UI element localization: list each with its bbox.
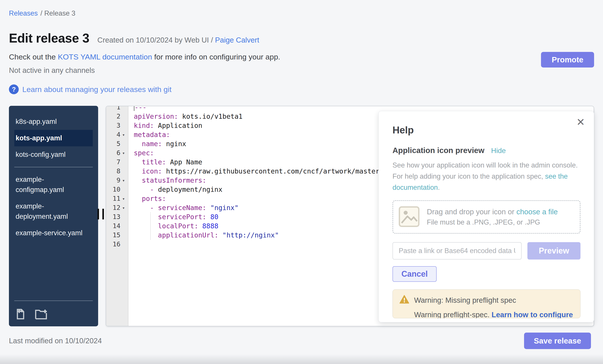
line-number: 6 (106, 148, 120, 157)
sidebar-bottom (9, 297, 98, 326)
fold-spacer (120, 231, 128, 240)
file-item[interactable]: kots-config.yaml (14, 146, 93, 163)
fold-spacer (120, 212, 128, 221)
breadcrumb-current: / Release 3 (40, 9, 75, 17)
line-number: 8 (106, 167, 120, 176)
fold-spacer (120, 221, 128, 231)
fold-spacer (120, 139, 128, 148)
git-help-row: ? Learn about managing your releases wit… (9, 84, 594, 94)
sidebar-resize-handle[interactable] (97, 209, 104, 220)
kots-file-list: k8s-app.yamlkots-app.yamlkots-config.yam… (9, 113, 98, 163)
icon-preview-description: See how your application icon will look … (393, 160, 580, 193)
file-item[interactable]: example-configmap.yaml (14, 171, 93, 198)
drop-text: Drag and drop your icon or (427, 208, 516, 216)
icon-preview-section: Application icon preview Hide (393, 146, 580, 155)
line-number: 4 (106, 130, 120, 139)
created-info: Created on 10/10/2024 by Web UI / Paige … (97, 36, 259, 44)
breadcrumb: Releases / Release 3 (9, 9, 594, 17)
line-number: 7 (106, 157, 120, 167)
line-number: 11 (106, 194, 120, 203)
line-number: 5 (106, 139, 120, 148)
description-period: . (438, 184, 440, 191)
footer: Last modified on 10/10/2024 Save release (9, 333, 594, 349)
icon-preview-title: Application icon preview (393, 146, 484, 155)
title-row: Edit release 3 Created on 10/10/2024 by … (9, 31, 594, 45)
choose-file-link[interactable]: choose a file (516, 208, 558, 216)
doc-suffix: for more info on configuring your app. (152, 53, 280, 61)
preflight-warning: Warning: Missing preflight spec Warning … (393, 289, 580, 318)
icon-url-row: Preview (393, 242, 580, 260)
save-release-button[interactable]: Save release (524, 333, 591, 349)
breadcrumb-releases-link[interactable]: Releases (9, 9, 38, 17)
indent-guide (150, 212, 151, 240)
fold-spacer (120, 121, 128, 130)
icon-url-input[interactable] (393, 242, 522, 260)
doc-prefix: Check out the (9, 53, 58, 61)
cancel-button[interactable]: Cancel (393, 266, 437, 282)
warning-icon (399, 295, 409, 306)
fold-spacer (120, 167, 128, 176)
file-list-divider (14, 167, 93, 167)
line-number: 16 (106, 240, 120, 249)
line-number: 9 (106, 176, 120, 185)
fold-spacer (120, 185, 128, 194)
last-modified: Last modified on 10/10/2024 (9, 337, 102, 345)
hide-link[interactable]: Hide (491, 147, 506, 155)
dropzone-text: Drag and drop your icon or choose a file… (427, 208, 558, 226)
add-folder-icon[interactable] (35, 309, 47, 320)
fold-arrow-icon[interactable]: ▾ (120, 130, 128, 139)
page-title: Edit release 3 (9, 31, 89, 45)
line-number: 3 (106, 121, 120, 130)
fold-arrow-icon[interactable]: ▾ (120, 148, 128, 157)
configure-preflight-link[interactable]: Learn how to configure (491, 310, 573, 318)
main-editor-area: k8s-app.yamlkots-app.yamlkots-config.yam… (9, 106, 594, 326)
line-number: 15 (106, 231, 120, 240)
fold-spacer (120, 112, 128, 121)
fold-arrow-icon[interactable]: ▾ (120, 194, 128, 203)
fold-arrow-icon[interactable]: ▾ (120, 176, 128, 185)
sidebar-bottom-divider (14, 300, 93, 301)
git-releases-link[interactable]: Learn about managing your releases with … (22, 85, 172, 94)
line-number: 2 (106, 112, 120, 121)
file-item[interactable]: example-deployment.yaml (14, 198, 93, 225)
release-editor-page: Releases / Release 3 Edit release 3 Crea… (0, 0, 603, 364)
icon-dropzone[interactable]: Drag and drop your icon or choose a file… (393, 200, 580, 234)
help-title: Help (393, 124, 580, 136)
file-type-note: File must be a .PNG, .JPEG, or .JPG (427, 218, 558, 226)
line-number: 14 (106, 221, 120, 231)
fold-spacer (120, 240, 128, 249)
help-panel: ✕ Help Application icon preview Hide See… (378, 111, 594, 322)
line-number: 12 (106, 203, 120, 212)
file-sidebar: k8s-app.yamlkots-app.yamlkots-config.yam… (9, 106, 98, 326)
kots-yaml-doc-link[interactable]: KOTS YAML documentation (58, 53, 152, 61)
created-text: Created on 10/10/2024 by Web UI / (97, 36, 215, 44)
channel-status: Not active in any channels (9, 66, 594, 75)
file-item[interactable]: kots-app.yaml (14, 130, 93, 146)
file-item[interactable]: example-service.yaml (14, 225, 93, 241)
fold-arrow-icon[interactable]: ▾ (120, 203, 128, 212)
close-icon[interactable]: ✕ (576, 117, 585, 127)
created-author-link[interactable]: Paige Calvert (215, 36, 259, 44)
file-item[interactable]: k8s-app.yaml (14, 113, 93, 130)
preview-button[interactable]: Preview (527, 242, 580, 260)
doc-line: Check out the KOTS YAML documentation fo… (9, 53, 594, 61)
warning-text: Warning: Missing preflight spec (414, 296, 516, 305)
example-file-list: example-configmap.yamlexample-deployment… (9, 171, 98, 241)
line-number: 13 (106, 212, 120, 221)
image-placeholder-icon (398, 206, 420, 228)
add-file-icon[interactable] (16, 309, 26, 320)
line-number: 1 (106, 106, 120, 112)
question-icon: ? (9, 84, 19, 94)
warning-detail-text: Warning preflight-spec. (414, 310, 491, 318)
line-number: 10 (106, 185, 120, 194)
fold-spacer (120, 157, 128, 167)
promote-button[interactable]: Promote (541, 52, 594, 67)
fold-spacer (120, 106, 128, 112)
